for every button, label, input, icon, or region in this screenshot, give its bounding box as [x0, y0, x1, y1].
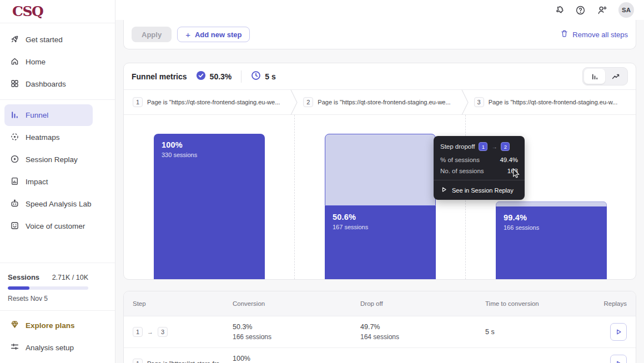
conversion-pct: 50.3% [233, 323, 360, 331]
bar-view-button[interactable] [584, 69, 605, 84]
sidebar-item-label: Impact [26, 178, 48, 186]
sidebar-item-session-replay[interactable]: Session Replay [4, 149, 93, 170]
funnel-title: Funnel metrics [132, 72, 187, 81]
sidebar-item-label: Session Replay [26, 155, 78, 164]
content: Apply + Add new step Remove all steps Fu… [115, 20, 644, 363]
see-in-session-replay-button[interactable]: See in Session Replay [440, 185, 518, 195]
funnel-table-card: Step Conversion Drop off Time to convers… [123, 291, 636, 363]
dashboards-icon [10, 79, 19, 90]
help-icon[interactable] [575, 5, 586, 16]
funnel-steps-header: 1 Page is "https://qt-store-frontend-sta… [124, 90, 636, 115]
conversion-sessions: 166 sessions [233, 333, 360, 341]
replay-button[interactable] [610, 355, 627, 363]
sidebar: CSQ Get started Home Dashboards Funnel [0, 0, 115, 363]
sidebar-divider [0, 99, 115, 100]
step-number-badge: 1 [133, 97, 143, 107]
sliders-icon [10, 342, 19, 353]
bar-sessions: 330 sessions [162, 152, 257, 158]
time-metric-value: 5 s [265, 72, 275, 81]
main-area: SA Apply + Add new step Remove all steps… [115, 0, 644, 363]
sidebar-item-funnel[interactable]: Funnel [4, 104, 93, 126]
sidebar-item-home[interactable]: Home [4, 51, 93, 73]
funnel-bar-step-2[interactable]: 50.6% 167 sessions [325, 206, 436, 279]
avatar[interactable]: SA [618, 2, 634, 18]
time-to-conversion: 5 s [485, 328, 593, 336]
usage-resets: Resets Nov 5 [8, 295, 88, 302]
usage-panel: Sessions 2.71K / 10K Resets Nov 5 [8, 273, 88, 302]
sidebar-item-speed-analysis-lab[interactable]: Speed Analysis Lab [4, 193, 93, 215]
sidebar-item-label: Get started [26, 36, 63, 44]
funnel-step-1[interactable]: 1 Page is "https://qt-store-frontend-sta… [124, 90, 294, 114]
tooltip-row-value: 49.4% [500, 157, 518, 163]
rocket-icon [10, 34, 19, 46]
funnel-step-2[interactable]: 2 Page is "https://qt-store-frontend-sta… [294, 90, 465, 114]
gem-icon [10, 320, 19, 331]
robot-icon [10, 199, 19, 210]
table-header: Step Conversion Drop off Time to convers… [124, 291, 636, 316]
funnel-bar-step-3[interactable]: 99.4% 166 sessions [496, 206, 607, 279]
usage-progress-track [8, 286, 88, 290]
sidebar-item-voice-of-customer[interactable]: Voice of customer [4, 215, 93, 237]
arrow-icon: → [147, 329, 153, 335]
sidebar-item-analysis-setup[interactable]: Analysis setup [0, 336, 115, 359]
conversion-metric: 50.3% [196, 70, 232, 82]
remove-all-steps-label: Remove all steps [572, 31, 628, 39]
sidebar-item-heatmaps[interactable]: Heatmaps [4, 127, 93, 148]
remove-all-steps-button[interactable]: Remove all steps [560, 29, 628, 39]
sidebar-item-impact[interactable]: Impact [4, 171, 93, 193]
apply-button[interactable]: Apply [132, 27, 172, 42]
time-to-conversion: - [485, 360, 593, 363]
sidebar-item-explore-plans[interactable]: Explore plans [0, 314, 115, 336]
step-number-badge: 3 [158, 327, 168, 337]
step-number-badge: 1 [133, 359, 143, 363]
logo-row: CSQ [0, 0, 115, 23]
add-new-step-button[interactable]: + Add new step [177, 27, 250, 42]
sidebar-item-get-started[interactable]: Get started [4, 29, 93, 51]
sidebar-item-dashboards[interactable]: Dashboards [4, 73, 93, 95]
dropoff-tooltip: Step dropoff 1 → 2 % of sessions 49.4% N… [434, 136, 525, 200]
tooltip-title: Step dropoff [440, 143, 475, 150]
sidebar-divider [0, 263, 115, 263]
column-divider [294, 115, 295, 279]
plus-icon: + [185, 30, 190, 39]
funnel-step-3[interactable]: 3 Page is "https://qt-store-frontend-sta… [465, 90, 636, 114]
step-badge-from: 1 [479, 142, 487, 151]
bar-percentage: 99.4% [504, 213, 599, 222]
bar-percentage: 100% [162, 140, 257, 149]
chevron-separator-icon [290, 90, 298, 115]
usage-label: Sessions [8, 273, 39, 281]
sidebar-nav: Get started Home Dashboards Funnel Heatm… [0, 23, 115, 238]
replay-button[interactable] [610, 323, 627, 341]
step-badge-to: 2 [501, 142, 510, 151]
col-header-step: Step [133, 300, 233, 307]
trash-icon [560, 29, 568, 39]
sidebar-item-label: Heatmaps [26, 133, 60, 142]
step-number-badge: 3 [474, 97, 484, 107]
dropoff-sessions: 164 sessions [360, 333, 485, 341]
col-header-dropoff: Drop off [360, 300, 485, 307]
add-new-step-label: Add new step [195, 31, 242, 39]
sidebar-item-label: Speed Analysis Lab [26, 200, 92, 208]
invite-user-icon[interactable] [597, 5, 607, 16]
dropoff-pct: 49.7% [360, 323, 485, 331]
table-row: 1 → 3 50.3% 166 sessions 49.7% 164 sessi… [124, 316, 636, 348]
trend-view-button[interactable] [605, 69, 626, 84]
funnel-bar-step-1[interactable]: 100% 330 sessions [154, 134, 265, 279]
heatmap-icon [10, 132, 19, 143]
funnel-dropoff-step-2[interactable] [325, 134, 436, 206]
bar-sessions: 167 sessions [333, 224, 428, 230]
sidebar-item-label: Home [26, 58, 46, 66]
clock-icon [251, 70, 261, 82]
step-label: Page is "https://qt-store-frontend-stagi… [489, 99, 618, 105]
integrations-puzzle-icon[interactable] [554, 5, 564, 16]
col-header-replays: Replays [593, 300, 627, 307]
mouse-cursor [512, 168, 521, 182]
sidebar-item-label: Explore plans [26, 321, 75, 330]
conversion-metric-value: 50.3% [210, 72, 232, 81]
step-number-badge: 2 [303, 97, 313, 107]
play-circle-icon [10, 154, 19, 165]
funnel-chart: 100% 330 sessions 50.6% 167 sessions [124, 115, 636, 279]
tooltip-divider [434, 180, 525, 180]
sidebar-item-label: Funnel [26, 111, 48, 119]
see-in-session-replay-label: See in Session Replay [452, 187, 514, 194]
